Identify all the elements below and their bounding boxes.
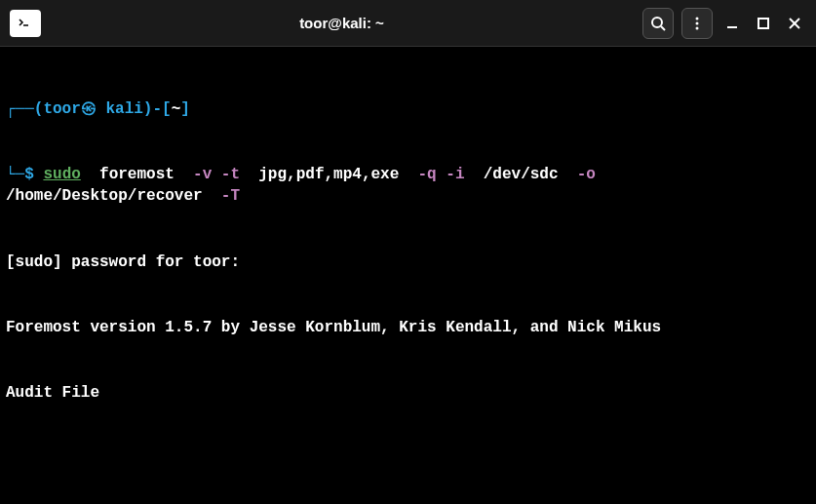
cmd-output: /home/Desktop/recover <box>6 187 203 205</box>
maximize-button[interactable] <box>752 12 775 35</box>
svg-line-3 <box>661 26 665 30</box>
close-button[interactable] <box>783 12 806 35</box>
window-titlebar: toor@kali: ~ <box>0 0 816 47</box>
menu-button[interactable] <box>681 8 713 39</box>
svg-rect-8 <box>758 19 768 28</box>
svg-rect-0 <box>17 17 34 30</box>
cmd-foremost: foremost <box>99 166 175 183</box>
prompt-line-2: └─$ sudo foremost -v -t jpg,pdf,mp4,exe … <box>6 164 810 208</box>
svg-point-5 <box>696 21 699 24</box>
svg-point-6 <box>696 26 699 29</box>
cmd-types: jpg,pdf,mp4,exe <box>258 166 399 183</box>
svg-point-2 <box>652 18 662 27</box>
prompt-path: ~ <box>172 100 181 118</box>
search-button[interactable] <box>642 8 674 39</box>
titlebar-controls <box>642 8 806 39</box>
line-audit: Audit File <box>6 382 810 404</box>
svg-point-4 <box>696 17 699 19</box>
line-version: Foremost version 1.5.7 by Jesse Kornblum… <box>6 317 810 338</box>
prompt-host: kali <box>105 100 142 118</box>
cmd-input: /dev/sdc <box>484 166 559 183</box>
cmd-flag-o: -o <box>577 166 596 183</box>
minimize-button[interactable] <box>720 12 744 35</box>
cmd-flag-T: -T <box>221 187 240 205</box>
cmd-flag-q: -q <box>418 166 437 183</box>
cmd-flag-v: -v <box>193 166 212 183</box>
line-sudo-pw: [sudo] password for toor: <box>6 252 810 273</box>
prompt-dollar: $ <box>24 166 34 183</box>
cmd-flag-i: -i <box>446 166 464 183</box>
cmd-sudo: sudo <box>43 166 80 183</box>
terminal-output[interactable]: ┌──(toor㉿ kali)-[~] └─$ sudo foremost -v… <box>0 47 816 504</box>
line-blank1 <box>6 447 810 469</box>
cmd-flag-t: -t <box>221 166 240 183</box>
terminal-app-icon <box>10 10 41 37</box>
window-title: toor@kali: ~ <box>41 15 642 31</box>
prompt-line-1: ┌──(toor㉿ kali)-[~] <box>6 98 810 120</box>
prompt-user: toor <box>43 100 80 118</box>
